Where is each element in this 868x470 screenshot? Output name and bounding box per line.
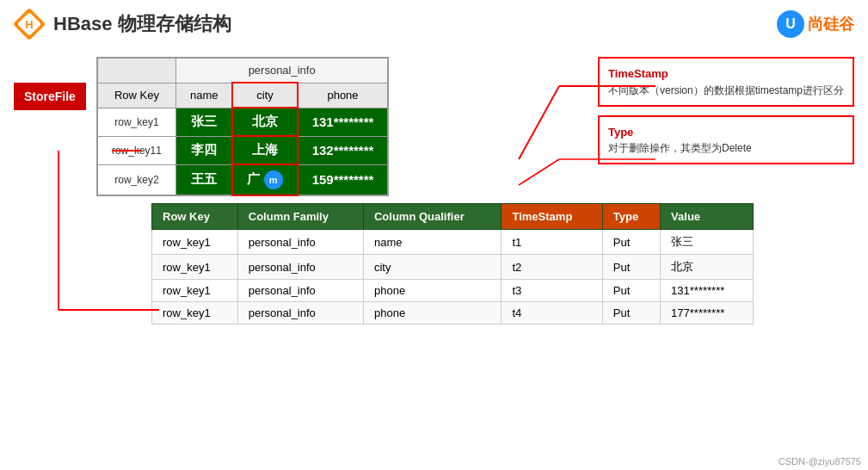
th-rowkey: Row Key — [152, 204, 238, 230]
cell-rowkey-2: row_key11 — [97, 136, 176, 164]
cell-name-3: 王五 — [175, 164, 232, 195]
th-value: Value — [661, 204, 754, 230]
rowkey-spacer — [97, 58, 176, 83]
timestamp-title: TimeStamp — [608, 65, 844, 83]
cell-value: 张三 — [661, 230, 754, 255]
cell-row_key: row_key1 — [152, 280, 238, 302]
cell-row_key: row_key1 — [152, 302, 238, 325]
table-row: row_key1 张三 北京 131******** — [97, 108, 388, 136]
type-title: Type — [608, 124, 844, 141]
cell-col_qualifier: phone — [363, 302, 502, 325]
cell-rowkey-1: row_key1 — [97, 108, 176, 136]
annotations-section: TimeStamp 不同版本（version）的数据根据timestamp进行区… — [598, 57, 854, 196]
brand-logo: U 尚硅谷 — [777, 10, 854, 38]
cell-col_qualifier: phone — [363, 280, 502, 302]
cell-city-2: 上海 — [232, 136, 297, 164]
brand-text: 尚硅谷 — [808, 14, 854, 34]
th-colqualifier: Column Qualifier — [363, 204, 502, 230]
top-table-wrapper: personal_info Row Key name city phone ro… — [96, 57, 389, 196]
type-text: 对于删除操作，其类型为Delete — [608, 140, 844, 156]
cell-row_key: row_key1 — [152, 255, 238, 280]
storefile-label: StoreFile — [14, 83, 86, 110]
timestamp-annotation: TimeStamp 不同版本（version）的数据根据timestamp进行区… — [598, 57, 854, 107]
bottom-table-header-row: Row Key Column Family Column Qualifier T… — [152, 204, 754, 230]
timestamp-text: 不同版本（version）的数据根据timestamp进行区分 — [608, 83, 844, 98]
table-row: row_key11 李四 上海 132******** — [97, 136, 388, 164]
col-phone: phone — [298, 83, 389, 108]
cell-rowkey-3: row_key2 — [97, 164, 176, 195]
bottom-table: Row Key Column Family Column Qualifier T… — [151, 203, 754, 325]
map-icon: m — [264, 170, 283, 189]
cell-type: Put — [602, 255, 660, 280]
cell-col_qualifier: name — [363, 230, 502, 255]
table-row: row_key2 王五 广 m 159******** — [97, 164, 388, 195]
cell-phone-3: 159******** — [298, 164, 389, 195]
city-text-3: 广 — [247, 171, 260, 186]
cell-col_family: personal_info — [237, 302, 363, 325]
cell-timestamp: t4 — [502, 302, 602, 325]
cell-timestamp: t1 — [502, 230, 602, 255]
cell-col_family: personal_info — [237, 280, 363, 302]
col-city: city — [232, 83, 297, 108]
cell-phone-2: 132******** — [298, 136, 389, 164]
table-row: row_key1personal_infophonet3Put131******… — [152, 280, 754, 302]
cell-timestamp: t3 — [502, 280, 602, 302]
cell-phone-1: 131******** — [298, 108, 389, 136]
cell-value: 北京 — [661, 255, 754, 280]
cell-col_family: personal_info — [237, 230, 363, 255]
col-name: name — [175, 83, 232, 108]
cell-type: Put — [602, 280, 660, 302]
cell-row_key: row_key1 — [152, 230, 238, 255]
watermark: CSDN-@ziyu87575 — [779, 456, 861, 467]
cell-timestamp: t2 — [502, 255, 602, 280]
th-type: Type — [602, 204, 660, 230]
col-rowkey: Row Key — [97, 83, 176, 108]
cell-type: Put — [602, 230, 660, 255]
page-title: HBase 物理存储结构 — [53, 11, 231, 37]
cell-name-1: 张三 — [175, 108, 232, 136]
personal-info-header: personal_info — [175, 58, 388, 83]
th-timestamp: TimeStamp — [502, 204, 602, 230]
cell-col_qualifier: city — [363, 255, 502, 280]
table-row: row_key1personal_infonamet1Put张三 — [152, 230, 754, 255]
brand-icon: U — [777, 10, 804, 38]
bottom-section: Row Key Column Family Column Qualifier T… — [0, 196, 868, 325]
cell-city-3: 广 m — [232, 164, 297, 195]
top-table: personal_info Row Key name city phone ro… — [96, 57, 389, 196]
table-row: row_key1personal_infocityt2Put北京 — [152, 255, 754, 280]
svg-text:H: H — [25, 19, 33, 31]
header: H HBase 物理存储结构 U 尚硅谷 — [0, 0, 868, 48]
cell-value: 131******** — [661, 280, 754, 302]
type-annotation: Type 对于删除操作，其类型为Delete — [598, 115, 854, 165]
cell-col_family: personal_info — [237, 255, 363, 280]
cell-name-2: 李四 — [175, 136, 232, 164]
logo-diamond-icon: H — [14, 9, 45, 40]
cell-type: Put — [602, 302, 660, 325]
table-row: row_key1personal_infophonet4Put177******… — [152, 302, 754, 325]
storefile-section: StoreFile personal_info Row Key name cit… — [14, 57, 389, 196]
th-colfamily: Column Family — [237, 204, 363, 230]
bottom-table-body: row_key1personal_infonamet1Put张三row_key1… — [152, 230, 754, 325]
cell-city-1: 北京 — [232, 108, 297, 136]
cell-value: 177******** — [661, 302, 754, 325]
